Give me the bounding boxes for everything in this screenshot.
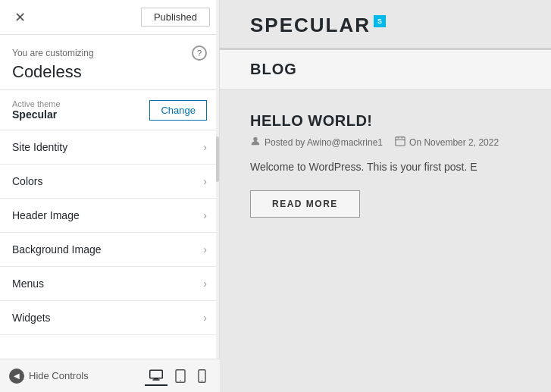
site-name: Codeless: [12, 62, 207, 82]
svg-point-7: [253, 137, 257, 141]
tablet-view-button[interactable]: [171, 366, 190, 386]
svg-rect-8: [396, 137, 405, 146]
post-title: HELLO WORLD!: [250, 112, 521, 130]
mobile-view-button[interactable]: [193, 366, 211, 386]
author-icon: [250, 136, 261, 149]
meta-date: On November 2, 2022: [395, 136, 499, 149]
post-excerpt: Welcome to WordPress. This is your first…: [250, 159, 521, 175]
menu-item-label: Widgets: [12, 312, 51, 324]
theme-section: Active theme Specular Change: [0, 90, 219, 130]
published-button[interactable]: Published: [141, 8, 210, 27]
menu-item-background-image[interactable]: Background Image ›: [0, 233, 219, 267]
svg-rect-0: [150, 370, 163, 378]
svg-point-4: [180, 380, 181, 381]
customizing-section: You are customizing ? Codeless: [0, 35, 219, 90]
site-title: SPECULAR: [250, 14, 371, 37]
menu-item-label: Background Image: [12, 243, 102, 256]
calendar-icon: [395, 136, 405, 149]
chevron-right-icon: ›: [203, 312, 207, 324]
menu-item-site-identity[interactable]: Site Identity ›: [0, 130, 219, 165]
arrow-left-icon: ◀: [9, 368, 24, 384]
chevron-right-icon: ›: [203, 209, 207, 221]
desktop-view-button[interactable]: [145, 366, 167, 386]
menu-item-menus[interactable]: Menus ›: [0, 267, 219, 301]
help-icon[interactable]: ?: [192, 45, 207, 61]
blog-title: BLOG: [250, 61, 521, 78]
menu-item-label: Site Identity: [12, 141, 67, 153]
menu-item-label: Header Image: [12, 209, 80, 221]
hide-controls-button[interactable]: ◀ Hide Controls: [9, 368, 89, 384]
svg-point-6: [202, 380, 203, 381]
meta-author: Posted by Awino@mackrine1: [250, 136, 383, 149]
customizing-label: You are customizing: [12, 48, 94, 58]
read-more-button[interactable]: READ MORE: [250, 190, 360, 218]
menu-item-widgets[interactable]: Widgets ›: [0, 301, 219, 335]
bottom-bar: ◀ Hide Controls: [0, 359, 220, 392]
site-header: SPECULAR S: [220, 0, 551, 50]
preview-panel: SPECULAR S BLOG HELLO WORLD! Posted by A…: [220, 0, 551, 392]
chevron-right-icon: ›: [203, 141, 207, 153]
hide-controls-label: Hide Controls: [29, 370, 89, 381]
theme-name: Specular: [12, 108, 61, 121]
menu-item-label: Menus: [12, 278, 44, 290]
panel-header: ✕ Published: [0, 0, 219, 35]
menu-item-label: Colors: [12, 175, 42, 187]
chevron-right-icon: ›: [203, 243, 207, 256]
svg-rect-2: [153, 379, 160, 381]
theme-info: Active theme Specular: [12, 99, 61, 121]
site-badge: S: [374, 15, 386, 27]
menu-item-colors[interactable]: Colors ›: [0, 165, 219, 199]
chevron-right-icon: ›: [203, 278, 207, 290]
change-theme-button[interactable]: Change: [149, 100, 207, 121]
date-text: On November 2, 2022: [409, 137, 499, 148]
theme-label: Active theme: [12, 99, 61, 108]
menu-item-header-image[interactable]: Header Image ›: [0, 199, 219, 233]
post-area: HELLO WORLD! Posted by Awino@mackrine1 O…: [220, 89, 551, 240]
menu-list: Site Identity › Colors › Header Image › …: [0, 130, 219, 392]
scrollbar-thumb: [216, 136, 219, 182]
svg-rect-1: [154, 378, 158, 379]
scrollbar[interactable]: [216, 0, 219, 392]
chevron-right-icon: ›: [203, 175, 207, 187]
blog-bar: BLOG: [220, 50, 551, 89]
device-icons: [145, 366, 211, 386]
close-button[interactable]: ✕: [9, 7, 30, 28]
customizer-panel: ✕ Published You are customizing ? Codele…: [0, 0, 220, 392]
author-text: Posted by Awino@mackrine1: [265, 137, 383, 148]
post-meta: Posted by Awino@mackrine1 On November 2,…: [250, 136, 521, 149]
